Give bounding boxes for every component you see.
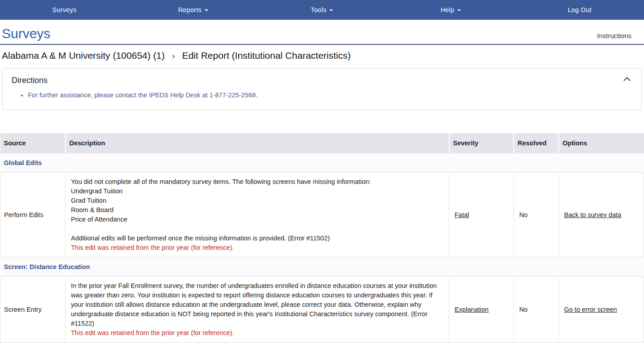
description-line: Additional edits will be performed once …	[71, 234, 443, 243]
description-line: Price of Attendance	[71, 215, 443, 224]
source-cell: Perform Edits	[0, 173, 66, 257]
column-header-source: Source	[0, 133, 66, 153]
breadcrumb-institution: Alabama A & M University (100654) (1)	[2, 50, 165, 61]
edits-table-body: Global EditsPerform EditsYou did not com…	[0, 153, 644, 343]
section-row: Screen: Distance Education	[0, 257, 644, 277]
chevron-up-icon	[622, 76, 631, 83]
directions-bullet: For further assistance, please contact t…	[28, 91, 632, 99]
directions-list: For further assistance, please contact t…	[28, 91, 632, 99]
description-line: Grad Tuition	[71, 196, 443, 205]
edit-row: Screen EntryIn the prior year Fall Enrol…	[0, 277, 644, 343]
directions-panel: Directions For further assistance, pleas…	[2, 68, 642, 110]
option-link[interactable]: Back to survey data	[564, 211, 621, 218]
table-header-row: Source Description Severity Resolved Opt…	[0, 133, 644, 153]
options-cell: Back to survey data	[559, 173, 644, 257]
column-header-severity: Severity	[449, 133, 514, 153]
description-cell: You did not complete all of the mandator…	[66, 173, 449, 257]
column-header-resolved: Resolved	[514, 133, 559, 153]
options-cell: Go to error screen	[559, 277, 644, 343]
page-title: Surveys	[2, 26, 50, 41]
breadcrumb: Alabama A & M University (100654) (1) › …	[0, 45, 644, 66]
edits-table: Source Description Severity Resolved Opt…	[0, 133, 644, 343]
instructions-link[interactable]: Instructions	[597, 32, 631, 41]
description-line: In the prior year Fall Enrollment survey…	[71, 281, 443, 328]
nav-item-tools[interactable]: Tools	[258, 0, 386, 20]
resolved-cell: No	[514, 173, 559, 257]
nav-item-label: Log Out	[568, 6, 591, 13]
nav-item-label: Tools	[311, 6, 327, 13]
option-link[interactable]: Go to error screen	[564, 306, 617, 313]
chevron-down-icon	[205, 9, 208, 13]
section-title: Screen: Distance Education	[0, 257, 644, 277]
breadcrumb-separator-icon: ›	[172, 50, 175, 61]
description-line: Undergrad Tuition	[71, 187, 443, 196]
severity-link[interactable]: Explanation	[455, 306, 489, 313]
column-header-options: Options	[559, 133, 644, 153]
top-nav: SurveysReportsToolsHelpLog Out	[0, 0, 644, 20]
column-header-description: Description	[66, 133, 449, 153]
description-line: You did not complete all of the mandator…	[71, 177, 443, 187]
edit-row: Perform EditsYou did not complete all of…	[0, 173, 644, 257]
resolved-cell: No	[514, 277, 559, 343]
retained-note: This edit was retained from the prior ye…	[71, 328, 443, 338]
collapse-directions-button[interactable]	[622, 76, 631, 82]
section-row: Global Edits	[0, 153, 644, 173]
nav-item-label: Surveys	[53, 6, 77, 13]
section-title: Global Edits	[0, 153, 644, 173]
description-line	[71, 224, 443, 234]
severity-cell: Fatal	[449, 173, 514, 257]
directions-title: Directions	[12, 76, 632, 85]
breadcrumb-page: Edit Report (Institutional Characteristi…	[182, 50, 351, 61]
source-cell: Screen Entry	[0, 277, 66, 343]
description-cell: In the prior year Fall Enrollment survey…	[66, 277, 449, 343]
retained-note: This edit was retained from the prior ye…	[71, 243, 443, 253]
severity-link[interactable]: Fatal	[455, 211, 469, 218]
nav-item-reports[interactable]: Reports	[129, 0, 258, 20]
description-line: Room & Board	[71, 205, 443, 215]
chevron-down-icon	[329, 9, 333, 13]
nav-item-label: Help	[441, 6, 455, 13]
nav-item-help[interactable]: Help	[386, 0, 515, 20]
severity-cell: Explanation	[449, 277, 514, 343]
chevron-down-icon	[457, 9, 461, 13]
nav-item-log-out[interactable]: Log Out	[515, 0, 644, 20]
nav-item-label: Reports	[178, 6, 202, 13]
nav-item-surveys[interactable]: Surveys	[0, 0, 129, 20]
page-header: Surveys Instructions	[0, 20, 644, 45]
